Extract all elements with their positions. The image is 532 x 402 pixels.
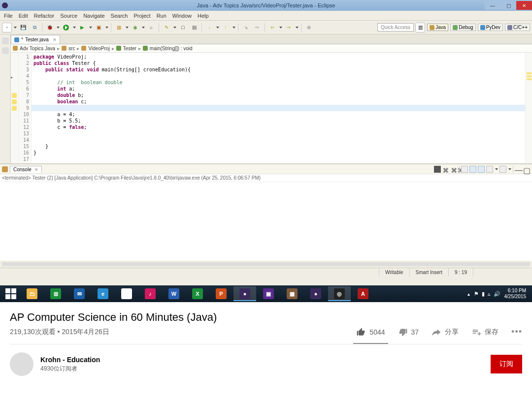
save-all-icon[interactable]: ⧉ (30, 23, 39, 32)
menubar: FileEditRefactorSourceNavigateSearchProj… (0, 11, 532, 21)
taskbar-app-store[interactable]: ⊞ (44, 286, 67, 301)
perspective-java[interactable]: Java (427, 24, 448, 31)
display-console-icon[interactable] (486, 166, 493, 173)
external-tools-icon[interactable]: ▣ (94, 23, 103, 32)
window-maximize-button[interactable]: ▢ (500, 1, 516, 10)
volume-icon[interactable]: 🔊 (494, 291, 500, 297)
acrobat-icon: A (358, 288, 368, 299)
taskbar-app-acrobat[interactable]: A (352, 286, 374, 301)
new-icon[interactable]: ▫ (2, 23, 12, 32)
console-tab[interactable]: Console ✕ (10, 166, 42, 173)
window-minimize-button[interactable]: — (485, 1, 500, 10)
close-icon[interactable]: ✕ (34, 167, 38, 172)
open-type-icon[interactable]: ⌕ (146, 23, 156, 32)
tray-chevron-up-icon[interactable]: ▴ (467, 291, 470, 297)
clear-console-icon[interactable] (461, 166, 468, 173)
tray-clock[interactable]: 6:10 PM 4/25/2015 (504, 288, 527, 300)
back-icon[interactable]: ⇐ (267, 23, 277, 32)
step-icon[interactable]: ↘ (241, 23, 251, 32)
new-class-icon[interactable]: ◉ (130, 23, 140, 32)
taskbar-app-eclipse[interactable]: ● (233, 286, 256, 301)
taskbar-app-obs[interactable]: ◎ (328, 286, 351, 301)
toggle-breadcrumb-icon[interactable]: ▤ (189, 23, 199, 32)
taskbar-app-itunes[interactable]: ♪ (139, 286, 162, 301)
perspective-pydev[interactable]: PyDev (478, 24, 503, 31)
save-button[interactable]: 保存 (471, 327, 499, 337)
close-tab-icon[interactable]: ✕ (53, 37, 57, 42)
new-package-icon[interactable]: ▦ (114, 23, 124, 32)
flag-icon[interactable]: ⚑ (474, 291, 479, 297)
breadcrumb-bar[interactable]: Adv Topics Java▸src▸VideoProj▸Tester▸mai… (11, 44, 532, 53)
breadcrumb-item[interactable]: VideoProj (88, 46, 109, 51)
debug-icon[interactable]: 🐞 (45, 23, 55, 32)
next-annotation-icon[interactable]: ↓ (204, 23, 214, 32)
battery-icon[interactable]: ▮ (482, 291, 485, 297)
code-editor[interactable]: ▸ 1234567891011121314151617 package Vide… (11, 53, 532, 163)
taskbar-app-eclipse2[interactable]: ● (304, 286, 327, 301)
like-button[interactable]: 5044 (356, 327, 385, 344)
taskbar-app-ie[interactable]: e (92, 286, 114, 301)
taskbar-app-excel[interactable]: X (186, 286, 209, 301)
taskbar-app-visual-studio[interactable]: ▣ (257, 286, 280, 301)
channel-name[interactable]: Krohn - Education (40, 356, 100, 364)
save-icon[interactable]: 💾 (18, 23, 28, 32)
more-actions-button[interactable]: ••• (511, 327, 522, 337)
menu-help[interactable]: Help (198, 13, 209, 19)
menu-edit[interactable]: Edit (19, 13, 28, 19)
remove-all-icon[interactable]: ✖✖ (451, 166, 458, 173)
menu-project[interactable]: Project (133, 13, 150, 19)
menu-run[interactable]: Run (157, 13, 166, 19)
open-console-icon[interactable] (499, 166, 506, 173)
perspective-cc[interactable]: C/C++ (505, 24, 530, 31)
menu-source[interactable]: Source (60, 13, 77, 19)
menu-navigate[interactable]: Navigate (83, 13, 104, 19)
channel-avatar[interactable] (10, 352, 33, 376)
code-content[interactable]: package VideoProj;public class Tester { … (32, 53, 525, 163)
search-icon[interactable]: ✎ (162, 23, 171, 32)
dislike-button[interactable]: 37 (398, 327, 419, 337)
run-icon[interactable] (61, 23, 71, 32)
terminate-icon[interactable] (434, 166, 441, 173)
console-output[interactable] (0, 182, 532, 261)
system-tray[interactable]: ▴ ⚑ ▮ ▵ 🔊 6:10 PM 4/25/2015 (467, 288, 531, 300)
taskbar-app-app1[interactable]: ▦ (281, 286, 303, 301)
minimize-view-icon[interactable]: — (515, 166, 522, 173)
editor-tab-tester[interactable]: Tester.java ✕ (11, 35, 60, 44)
subscribe-button[interactable]: 订阅 (491, 355, 522, 373)
window-close-button[interactable]: ✕ (516, 1, 532, 10)
run-to-icon[interactable]: ⇨ (252, 23, 262, 32)
pin-icon[interactable]: ⊕ (304, 23, 314, 32)
taskbar-app-mail[interactable]: ✉ (68, 286, 91, 301)
breadcrumb-item[interactable]: src (68, 46, 75, 51)
remove-launch-icon[interactable]: ✖ (442, 166, 449, 173)
window-titlebar[interactable]: Java - Adv Topics Java/src/VideoProj/Tes… (0, 0, 532, 11)
menu-refactor[interactable]: Refactor (34, 13, 55, 19)
prev-annotation-icon[interactable]: ↑ (221, 23, 231, 32)
perspective-debug[interactable]: Debug (450, 24, 475, 31)
taskbar-app-word[interactable]: W (163, 286, 185, 301)
breadcrumb-item[interactable]: Adv Topics Java (20, 46, 55, 51)
horizontal-scrollbar[interactable] (0, 261, 532, 268)
scroll-lock-icon[interactable] (469, 166, 476, 173)
taskbar-app-powerpoint[interactable]: P (210, 286, 233, 301)
menu-search[interactable]: Search (111, 13, 128, 19)
open-perspective-icon[interactable]: ▥ (415, 23, 425, 32)
taskbar-app-chrome[interactable]: ◉ (115, 286, 138, 301)
menu-file[interactable]: File (4, 13, 13, 19)
taskbar-app-file-explorer[interactable]: 🗀 (21, 286, 43, 301)
share-button[interactable]: 分享 (432, 327, 459, 337)
start-button[interactable] (2, 286, 20, 301)
quick-access-field[interactable]: Quick Access (377, 23, 414, 31)
menu-window[interactable]: Window (172, 13, 192, 19)
breadcrumb-item[interactable]: Tester (123, 46, 136, 51)
maximize-view-icon[interactable]: ▢ (523, 166, 530, 173)
pin-console-icon[interactable] (478, 166, 485, 173)
view-icon[interactable] (2, 47, 9, 54)
breadcrumb-item[interactable]: main(String[]) : void (150, 46, 193, 51)
network-icon[interactable]: ▵ (488, 291, 491, 297)
forward-icon[interactable]: ⇒ (284, 23, 294, 32)
overview-ruler[interactable] (525, 53, 532, 163)
toggle-mark-icon[interactable]: ☖ (178, 23, 188, 32)
view-icon[interactable] (2, 37, 9, 44)
run-last-icon[interactable]: ▶ (77, 23, 87, 32)
